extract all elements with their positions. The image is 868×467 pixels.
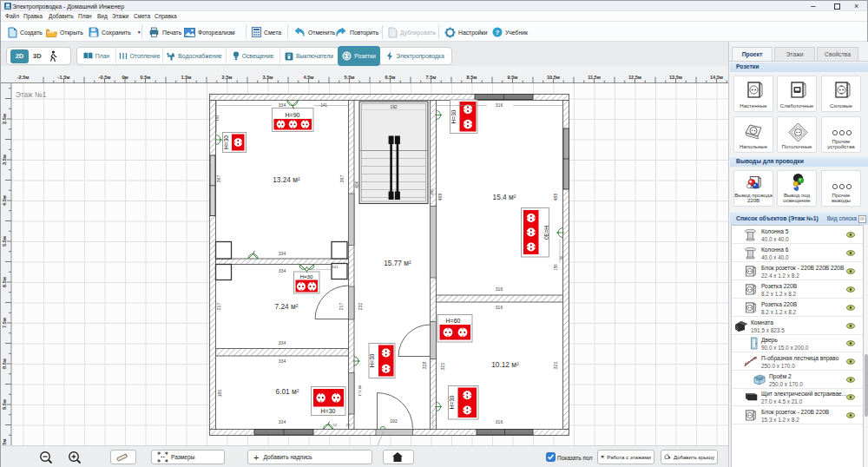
svg-text:101: 101	[332, 265, 339, 269]
svg-text:Н=90: Н=90	[286, 112, 300, 118]
svg-text:?: ?	[496, 29, 500, 36]
svg-text:-1.5м: -1.5м	[58, 75, 70, 80]
svg-text:3.5м: 3.5м	[2, 155, 7, 165]
svg-text:-0.5м: -0.5м	[99, 75, 111, 80]
svg-text:10.5м: 10.5м	[2, 438, 7, 445]
svg-text:14.5м: 14.5м	[710, 75, 723, 80]
svg-text:7.5м: 7.5м	[2, 318, 7, 328]
svg-text:171,88: 171,88	[358, 385, 362, 396]
svg-text:4.5м: 4.5м	[304, 75, 314, 80]
svg-text:15.4 м²: 15.4 м²	[493, 193, 516, 201]
svg-text:334: 334	[279, 358, 286, 364]
svg-text:192: 192	[390, 418, 398, 424]
svg-text:Н=30: Н=30	[369, 353, 375, 367]
svg-text:11.5м: 11.5м	[588, 75, 601, 80]
svg-text:5.5м: 5.5м	[345, 75, 355, 80]
svg-text:Н=30: Н=30	[300, 273, 314, 280]
svg-text:Н=30: Н=30	[450, 109, 457, 123]
svg-text:334: 334	[279, 340, 286, 345]
svg-text:321: 321	[553, 362, 558, 370]
svg-text:156: 156	[554, 264, 558, 271]
svg-text:180: 180	[217, 390, 222, 398]
svg-text:334: 334	[279, 251, 286, 256]
svg-text:405: 405	[430, 188, 434, 195]
svg-text:232: 232	[358, 303, 363, 311]
svg-text:316: 316	[496, 305, 503, 310]
svg-text:0.5м: 0.5м	[141, 75, 151, 80]
svg-text:52: 52	[333, 423, 338, 427]
svg-text:488: 488	[437, 194, 443, 201]
svg-text:3.5м: 3.5м	[263, 75, 273, 80]
svg-text:13.5м: 13.5м	[669, 75, 682, 80]
svg-text:7.24 м²: 7.24 м²	[275, 302, 299, 311]
svg-text:-2.5м: -2.5м	[17, 75, 30, 80]
svg-text:10.12 м²: 10.12 м²	[491, 360, 519, 369]
svg-text:321: 321	[440, 363, 445, 371]
svg-text:328: 328	[422, 362, 427, 370]
svg-text:397: 397	[339, 175, 345, 183]
svg-text:2.5м: 2.5м	[222, 75, 233, 80]
svg-text:334: 334	[279, 268, 286, 273]
svg-text:316: 316	[496, 286, 503, 292]
svg-text:10.5м: 10.5м	[547, 75, 560, 80]
svg-text:1.5м: 1.5м	[181, 75, 192, 80]
svg-text:Н=30: Н=30	[449, 395, 455, 409]
svg-text:96: 96	[559, 255, 563, 260]
svg-text:15.77 м²: 15.77 м²	[384, 259, 411, 267]
svg-text:4.5м: 4.5м	[2, 195, 7, 206]
svg-text:Н=30: Н=30	[223, 135, 229, 149]
svg-text:104: 104	[215, 115, 220, 122]
svg-text:6.5м: 6.5м	[2, 277, 7, 287]
svg-text:2.5м: 2.5м	[2, 114, 7, 124]
svg-text:8.5м: 8.5м	[467, 75, 477, 80]
svg-text:Н=30: Н=30	[321, 408, 336, 414]
svg-text:6.5м: 6.5м	[385, 75, 396, 80]
svg-text:192: 192	[390, 105, 397, 109]
svg-text:334: 334	[279, 419, 286, 424]
svg-text:7.5м: 7.5м	[426, 75, 437, 80]
svg-text:5.5м: 5.5м	[2, 236, 7, 247]
svg-text:27: 27	[346, 423, 351, 427]
svg-text:8.5м: 8.5м	[2, 358, 7, 369]
svg-text:9.5м: 9.5м	[508, 75, 518, 80]
svg-text:0м: 0м	[122, 75, 128, 80]
svg-text:9.5м: 9.5м	[2, 399, 7, 410]
svg-text:316: 316	[496, 419, 503, 424]
svg-text:12.5м: 12.5м	[628, 75, 641, 80]
svg-text:488: 488	[553, 194, 558, 201]
svg-text:Н=30: Н=30	[543, 226, 549, 240]
svg-text:404: 404	[355, 181, 359, 188]
svg-text:316: 316	[496, 102, 503, 108]
svg-text:397: 397	[216, 175, 221, 183]
svg-text:334: 334	[279, 102, 286, 108]
svg-text:Этаж №1: Этаж №1	[16, 91, 47, 99]
svg-text:141: 141	[320, 103, 327, 108]
svg-text:Н=60: Н=60	[446, 318, 461, 324]
svg-text:13.24 м²: 13.24 м²	[273, 175, 300, 184]
svg-text:217: 217	[339, 303, 344, 311]
svg-text:217: 217	[216, 303, 221, 311]
svg-text:6.01 м²: 6.01 м²	[276, 387, 299, 396]
